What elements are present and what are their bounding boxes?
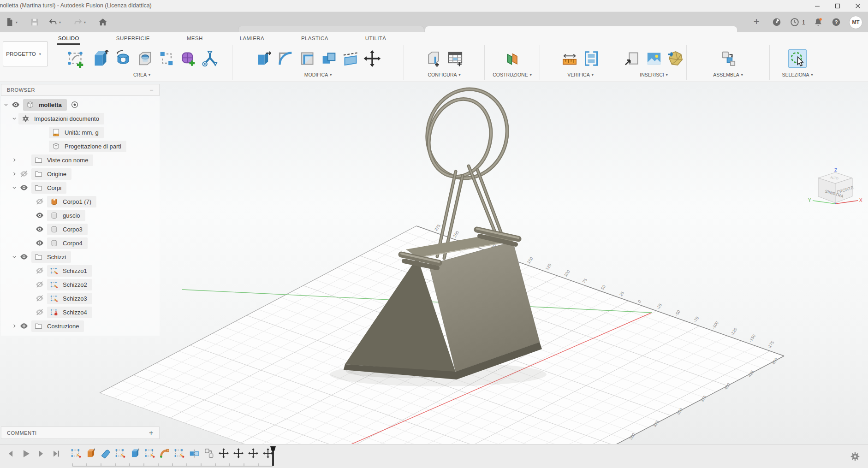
revolve-icon[interactable] — [114, 49, 132, 68]
view-cube[interactable]: SINISTRA FRONTE ALTO Z X Y — [806, 168, 864, 218]
tl-sketch-icon[interactable] — [144, 447, 156, 459]
project-button[interactable]: PROGETTO▾ — [3, 41, 48, 66]
new-tab-button[interactable]: + — [754, 17, 764, 27]
form-icon[interactable] — [179, 49, 197, 68]
file-new-icon[interactable] — [5, 17, 15, 27]
config-box-icon[interactable] — [424, 49, 443, 68]
chev-down-icon[interactable] — [10, 253, 18, 261]
avatar[interactable]: MT — [849, 16, 862, 29]
chev-down-icon[interactable] — [10, 115, 18, 122]
chevron-down-icon[interactable]: ▾ — [811, 73, 813, 77]
browser-item-schizzi[interactable]: Schizzi — [1, 250, 160, 264]
eye-off-icon[interactable] — [34, 308, 45, 317]
chevron-down-icon[interactable]: ▾ — [592, 73, 594, 77]
shell-icon[interactable] — [298, 49, 316, 68]
select-icon[interactable] — [788, 49, 807, 68]
browser-item-corpo3[interactable]: Corpo3 — [1, 222, 160, 236]
chev-right-icon[interactable] — [10, 170, 18, 178]
save-icon[interactable] — [30, 17, 40, 27]
add-comment-icon[interactable]: + — [149, 429, 154, 437]
planes-icon[interactable] — [503, 49, 522, 68]
chev-right-icon[interactable] — [10, 322, 18, 330]
chevron-down-icon[interactable]: ▾ — [84, 20, 86, 24]
insert-icon[interactable] — [623, 49, 642, 68]
chevron-down-icon[interactable]: ▾ — [59, 20, 61, 24]
job-status-icon[interactable] — [790, 17, 800, 27]
combine-icon[interactable] — [320, 49, 338, 68]
timeline-settings-gear-icon[interactable] — [850, 451, 861, 462]
skip-start-icon[interactable] — [6, 449, 16, 459]
group-label[interactable]: ASSEMBLA — [713, 72, 739, 77]
chevron-down-icon[interactable]: ▾ — [16, 20, 18, 24]
canvas-icon[interactable] — [645, 49, 663, 68]
ribbon-tab-utilità[interactable]: UTILITÀ — [364, 34, 387, 45]
press-pull-icon[interactable] — [255, 49, 273, 68]
tl-sweep-icon[interactable] — [159, 447, 171, 459]
eye-icon[interactable] — [34, 211, 45, 220]
notifications-icon[interactable] — [813, 17, 823, 27]
ribbon-tab-solido[interactable]: SOLIDO — [57, 34, 80, 45]
chev-down-icon[interactable] — [2, 101, 10, 108]
chevron-down-icon[interactable]: ▾ — [741, 73, 743, 77]
minimize-button[interactable] — [807, 0, 827, 12]
group-label[interactable]: SELEZIONA — [782, 72, 809, 77]
browser-item-schizzo4[interactable]: Schizzo4 — [1, 305, 160, 319]
move-icon[interactable] — [363, 49, 381, 68]
browser-item-guscio[interactable]: guscio — [1, 208, 160, 222]
tl-move-icon[interactable] — [232, 447, 244, 459]
play-icon[interactable] — [21, 449, 31, 459]
tl-move-icon[interactable] — [218, 447, 230, 459]
eye-off-icon[interactable] — [34, 280, 45, 289]
group-label[interactable]: CONFIGURA — [428, 72, 457, 77]
chev-down-icon[interactable] — [10, 184, 18, 191]
collapse-panel-icon[interactable]: − — [149, 86, 154, 94]
group-label[interactable]: CREA — [133, 72, 147, 77]
timeline-marker[interactable] — [270, 446, 276, 466]
config-table-icon[interactable] — [446, 49, 464, 68]
eye-icon[interactable] — [18, 321, 30, 331]
browser-item-progettazione-di-parti[interactable]: Progettazione di parti — [1, 139, 160, 153]
pattern-icon[interactable] — [157, 49, 176, 68]
redo-icon[interactable] — [73, 17, 83, 27]
home-icon[interactable] — [98, 17, 108, 27]
eye-off-icon[interactable] — [34, 266, 45, 275]
split-icon[interactable] — [341, 49, 360, 68]
eye-icon[interactable] — [34, 225, 45, 234]
eye-icon[interactable] — [34, 238, 45, 248]
browser-item-viste-con-nome[interactable]: Viste con nome — [1, 153, 160, 167]
ribbon-tab-mesh[interactable]: MESH — [186, 34, 204, 45]
extrude-icon[interactable] — [89, 48, 111, 69]
mesh-gold-icon[interactable] — [666, 49, 685, 68]
measure-icon[interactable] — [560, 49, 579, 68]
tl-component-icon[interactable] — [203, 447, 215, 459]
tl-extrude-blue-icon[interactable] — [129, 447, 141, 459]
tl-sketch-icon[interactable] — [70, 447, 82, 459]
chevron-down-icon[interactable]: ▾ — [530, 73, 532, 77]
chev-right-icon[interactable] — [10, 156, 18, 164]
browser-item-costruzione[interactable]: Costruzione — [1, 319, 160, 333]
eye-off-icon[interactable] — [18, 169, 30, 178]
hole-icon[interactable] — [136, 49, 154, 68]
help-icon[interactable]: ? — [831, 17, 841, 27]
browser-item-schizzo3[interactable]: Schizzo3 — [1, 291, 160, 305]
browser-item-molletta[interactable]: molletta — [1, 98, 160, 112]
tl-sketch-icon[interactable] — [173, 447, 185, 459]
group-label[interactable]: MODIFICA — [304, 72, 328, 77]
ribbon-tab-superficie[interactable]: SUPERFICIE — [115, 34, 151, 45]
browser-item-schizzo2[interactable]: Schizzo2 — [1, 278, 160, 291]
ribbon-tab-lamiera[interactable]: LAMIERA — [239, 34, 265, 45]
browser-item-origine[interactable]: Origine — [1, 167, 160, 181]
step-forward-icon[interactable] — [36, 449, 46, 459]
fillet-icon[interactable] — [276, 49, 295, 68]
browser-item-corpi[interactable]: Corpi — [1, 181, 160, 195]
browser-item-impostazioni-documento[interactable]: Impostazioni documento — [1, 112, 160, 125]
eye-off-icon[interactable] — [34, 294, 45, 303]
chevron-down-icon[interactable]: ▾ — [149, 73, 150, 77]
maximize-button[interactable] — [827, 0, 848, 12]
tl-sketch-icon[interactable] — [114, 447, 126, 459]
tl-extrude-orange-icon[interactable] — [85, 447, 97, 459]
handle-wire-loops[interactable] — [418, 82, 517, 187]
sketch-create-icon[interactable] — [65, 48, 86, 69]
chevron-down-icon[interactable]: ▾ — [458, 73, 460, 77]
isolate-icon[interactable] — [70, 100, 79, 109]
